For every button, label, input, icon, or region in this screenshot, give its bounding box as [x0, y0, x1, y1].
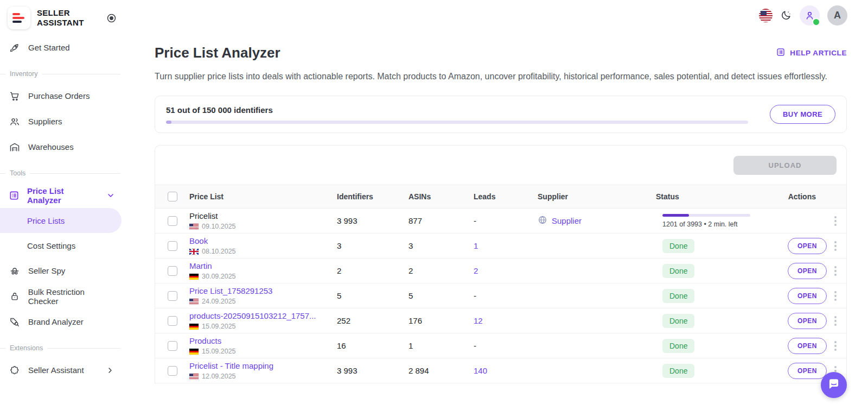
status-badge: Done: [662, 264, 694, 278]
app-root: SELLER ASSISTANT Get Started Inventory P…: [0, 0, 868, 410]
marketplace-flag-icon: [189, 299, 199, 305]
row-menu-icon[interactable]: [832, 214, 839, 228]
sidebar-item-label: Bulk Restriction Checker: [28, 287, 116, 306]
topbar: A: [125, 0, 868, 30]
avatar[interactable]: A: [827, 5, 847, 26]
status-badge: Done: [662, 339, 694, 353]
sidebar-item-label: Purchase Orders: [28, 91, 90, 100]
asins-value: 176: [409, 316, 474, 325]
account-person-icon[interactable]: [800, 5, 820, 26]
brand-row: SELLER ASSISTANT: [0, 4, 125, 35]
row-checkbox[interactable]: [168, 241, 177, 251]
open-button[interactable]: OPEN: [788, 363, 827, 379]
row-menu-icon[interactable]: [832, 314, 839, 328]
main-area: A Price List Analyzer HELP ARTICLE Turn …: [125, 0, 868, 410]
price-list-name-link[interactable]: Pricelist - Title mapping: [189, 361, 337, 370]
page-title: Price List Analyzer: [155, 45, 280, 61]
column-header-asins: ASINs: [409, 192, 474, 201]
open-button[interactable]: OPEN: [788, 288, 827, 304]
price-list-name-link[interactable]: Pricelist: [189, 211, 337, 220]
sidebar-item-get-started[interactable]: Get Started: [0, 35, 125, 60]
sidebar-item-price-list-analyzer[interactable]: Price List Analyzer: [0, 182, 125, 208]
supplier-link[interactable]: Supplier: [552, 216, 582, 225]
leads-value: -: [474, 341, 538, 350]
sidebar-item-price-lists[interactable]: Price Lists: [0, 208, 122, 233]
chat-widget-button[interactable]: [821, 372, 847, 398]
page-content: Price List Analyzer HELP ARTICLE Turn su…: [125, 30, 868, 383]
chevron-down-icon: [106, 191, 116, 200]
marketplace-flag-icon: [189, 324, 199, 330]
price-list-name-link[interactable]: Book: [189, 236, 337, 245]
sidebar-item-bulk-restriction-checker[interactable]: Bulk Restriction Checker: [0, 283, 125, 309]
asins-value: 2 894: [409, 366, 474, 375]
column-header-supplier: Supplier: [538, 192, 656, 201]
status-cell: Done: [656, 289, 777, 303]
open-button[interactable]: OPEN: [788, 338, 827, 354]
sidebar-item-seller-assistant-extension[interactable]: Seller Assistant: [0, 357, 125, 383]
table-toolbar: UPLOAD: [155, 146, 846, 185]
sidebar-item-label: Cost Settings: [27, 241, 75, 250]
row-checkbox[interactable]: [168, 341, 177, 351]
brand-line1: SELLER: [37, 8, 99, 18]
globe-icon: [538, 215, 547, 227]
price-list-date: 08.10.2025: [202, 248, 236, 255]
leads-value[interactable]: 140: [474, 366, 538, 375]
status-badge: Done: [662, 239, 694, 253]
asins-value: 1: [409, 341, 474, 350]
leads-value[interactable]: 1: [474, 241, 538, 250]
row-checkbox[interactable]: [168, 291, 177, 301]
row-menu-icon[interactable]: [832, 289, 839, 303]
chevron-right-icon: [104, 366, 116, 375]
row-menu-icon[interactable]: [832, 264, 839, 278]
price-lists-table-card: UPLOAD Price List Identifiers ASINs Lead…: [155, 145, 847, 383]
open-button[interactable]: OPEN: [788, 313, 827, 329]
price-list-name-link[interactable]: Martin: [189, 261, 337, 270]
help-article-link[interactable]: HELP ARTICLE: [776, 47, 847, 59]
price-list-name-link[interactable]: Price List_1758291253: [189, 286, 337, 295]
status-cell: Done: [656, 364, 777, 378]
leads-value[interactable]: 12: [474, 316, 538, 325]
asins-value: 5: [409, 291, 474, 300]
column-header-leads: Leads: [474, 192, 538, 201]
sidebar-item-label: Price Lists: [27, 216, 65, 225]
sidebar-item-suppliers[interactable]: Suppliers: [0, 109, 125, 134]
row-checkbox[interactable]: [168, 266, 177, 276]
status-cell: Done: [656, 339, 777, 353]
upload-button[interactable]: UPLOAD: [733, 156, 837, 175]
sidebar-item-warehouses[interactable]: Warehouses: [0, 134, 125, 160]
marketplace-flag-icon: [189, 249, 199, 255]
price-list-date: 15.09.2025: [202, 348, 236, 355]
row-menu-icon[interactable]: [832, 239, 839, 253]
dark-mode-icon[interactable]: [780, 9, 792, 21]
open-button[interactable]: OPEN: [788, 238, 827, 254]
seller-assistant-logo: [8, 7, 30, 29]
marketplace-flag-icon: [189, 224, 199, 230]
status-cell: Done: [656, 314, 777, 328]
select-all-checkbox[interactable]: [168, 192, 177, 201]
sidebar-item-label: Get Started: [28, 43, 70, 52]
buy-more-button[interactable]: BUY MORE: [770, 105, 835, 124]
row-checkbox[interactable]: [168, 366, 177, 376]
identifiers-value: 252: [337, 316, 409, 325]
asins-value: 877: [409, 216, 474, 225]
brand-line2: ASSISTANT: [37, 18, 99, 28]
row-menu-icon[interactable]: [832, 339, 839, 353]
open-button[interactable]: OPEN: [788, 263, 827, 279]
sidebar-item-purchase-orders[interactable]: Purchase Orders: [0, 83, 125, 109]
identifiers-value: 3 993: [337, 216, 409, 225]
sidebar-toggle-icon[interactable]: [106, 12, 117, 24]
language-flag-icon[interactable]: [759, 9, 773, 22]
table-row: products-20250915103212_1757... 15.09.20…: [155, 308, 846, 333]
status-cell: Done: [656, 264, 777, 278]
row-checkbox[interactable]: [168, 216, 177, 226]
price-list-name-link[interactable]: products-20250915103212_1757...: [189, 311, 337, 320]
sidebar-item-brand-analyzer[interactable]: Brand Analyzer: [0, 309, 125, 335]
sidebar-item-cost-settings[interactable]: Cost Settings: [0, 233, 125, 258]
price-list-date: 12.09.2025: [202, 373, 236, 380]
sidebar-item-seller-spy[interactable]: Seller Spy: [0, 258, 125, 283]
leads-value[interactable]: 2: [474, 266, 538, 275]
identifiers-usage-label: 51 out of 150 000 identifiers: [166, 105, 748, 115]
sidebar-item-label: Seller Assistant: [28, 365, 84, 375]
price-list-name-link[interactable]: Products: [189, 336, 337, 345]
row-checkbox[interactable]: [168, 316, 177, 326]
